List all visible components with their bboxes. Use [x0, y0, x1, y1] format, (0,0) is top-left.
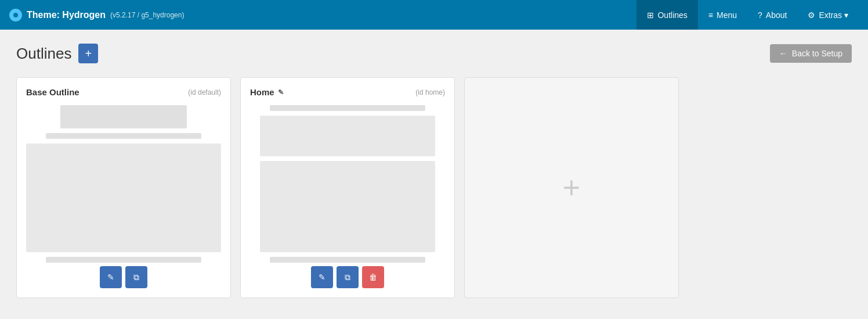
- outline-card-home-header: Home ✎ (id home): [250, 87, 445, 97]
- home-title-edit-pencil-icon[interactable]: ✎: [278, 88, 284, 96]
- outline-card-base-header: Base Outline (id default): [26, 87, 221, 97]
- brand-version: (v5.2.17 / g5_hydrogen): [110, 11, 184, 19]
- nav-items: ⊞ Outlines ≡ Menu ? About ⚙ Extras ▾: [636, 0, 859, 30]
- outlines-grid: Base Outline (id default) ✎ ⧉ Home ✎: [16, 77, 852, 298]
- home-preview-block2: [260, 161, 435, 252]
- base-preview-top-bar: [60, 105, 187, 128]
- gear-icon: ⚙: [808, 10, 815, 20]
- home-preview-footer-bar: [270, 257, 426, 263]
- grid-icon: ⊞: [647, 10, 654, 20]
- page-title: Outlines: [16, 45, 71, 63]
- nav-item-extras[interactable]: ⚙ Extras ▾: [797, 0, 859, 30]
- page-header: Outlines + ← Back to Setup: [16, 44, 852, 63]
- home-preview-top-bar: [270, 105, 426, 111]
- base-preview-footer-bar: [46, 257, 202, 263]
- add-outline-button[interactable]: +: [78, 44, 98, 63]
- home-delete-button[interactable]: 🗑: [362, 266, 384, 288]
- outline-card-base-id: (id default): [188, 88, 221, 96]
- add-new-outline-card[interactable]: +: [464, 77, 679, 298]
- outline-card-home-id: (id home): [415, 88, 445, 96]
- outline-card-base: Base Outline (id default) ✎ ⧉: [16, 77, 231, 298]
- outline-card-home-title: Home ✎: [250, 87, 284, 97]
- nav-item-outlines-label: Outlines: [657, 10, 687, 20]
- brand: Theme: Hydrogen (v5.2.17 / g5_hydrogen): [9, 9, 636, 21]
- nav-item-menu-label: Menu: [717, 10, 737, 20]
- nav-item-extras-label: Extras ▾: [819, 10, 848, 20]
- home-edit-button[interactable]: ✎: [311, 266, 333, 288]
- page-content: Outlines + ← Back to Setup Base Outline …: [0, 30, 868, 312]
- outline-card-home: Home ✎ (id home) ✎ ⧉ 🗑: [240, 77, 455, 298]
- about-icon: ?: [758, 10, 762, 20]
- outline-card-home-actions: ✎ ⧉ 🗑: [250, 263, 445, 288]
- nav-item-menu[interactable]: ≡ Menu: [698, 0, 747, 30]
- home-copy-button[interactable]: ⧉: [337, 266, 359, 288]
- outline-card-home-preview: [250, 105, 445, 263]
- base-preview-sub-bar: [46, 133, 202, 139]
- brand-icon: [9, 9, 22, 21]
- brand-name: Theme: Hydrogen: [27, 10, 106, 20]
- back-button-label: Back to Setup: [792, 49, 842, 58]
- nav-item-about-label: About: [766, 10, 787, 20]
- menu-icon: ≡: [708, 10, 713, 20]
- back-to-setup-button[interactable]: ← Back to Setup: [770, 44, 852, 63]
- top-navigation: Theme: Hydrogen (v5.2.17 / g5_hydrogen) …: [0, 0, 868, 30]
- base-edit-button[interactable]: ✎: [100, 266, 122, 288]
- base-preview-main-block: [26, 144, 221, 252]
- home-preview-block1: [260, 116, 435, 156]
- base-copy-button[interactable]: ⧉: [125, 266, 147, 288]
- add-new-outline-plus-icon: +: [563, 173, 580, 203]
- outline-card-base-preview: [26, 105, 221, 263]
- page-header-left: Outlines +: [16, 44, 98, 63]
- arrow-left-icon: ←: [779, 49, 787, 58]
- nav-item-outlines[interactable]: ⊞ Outlines: [636, 0, 697, 30]
- outline-card-base-actions: ✎ ⧉: [26, 263, 221, 288]
- outline-card-base-title: Base Outline: [26, 87, 79, 97]
- nav-item-about[interactable]: ? About: [747, 0, 797, 30]
